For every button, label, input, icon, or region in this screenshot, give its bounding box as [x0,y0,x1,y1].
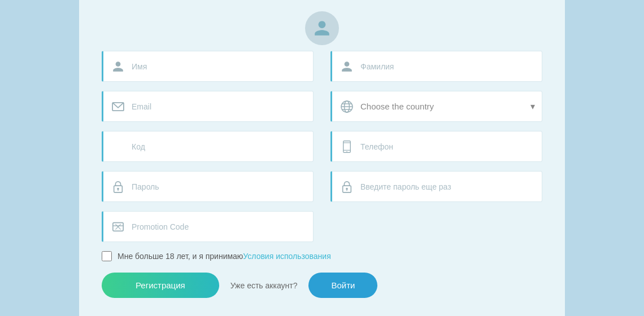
person-icon-2 [339,60,355,73]
last-name-input[interactable] [360,62,535,71]
first-name-field [102,51,314,82]
phone-icon [339,141,355,153]
terms-checkbox[interactable] [102,251,112,261]
email-input[interactable] [132,102,306,111]
code-field [102,131,314,162]
country-select[interactable]: Choose the country Russia United States … [360,102,535,111]
buttons-row: Регистрация Уже есть аккаунт? Войти [102,273,542,298]
promo-field [102,211,314,242]
promo-icon [110,221,126,233]
form-grid: Choose the country Russia United States … [102,51,542,242]
register-button[interactable]: Регистрация [102,273,219,298]
last-name-field [330,51,542,82]
country-select-wrapper: Choose the country Russia United States … [360,102,535,111]
first-name-input[interactable] [132,62,306,71]
terms-link[interactable]: Условия использования [243,252,330,261]
email-field [102,91,314,122]
confirm-password-input[interactable] [360,182,535,191]
code-input[interactable] [132,142,306,151]
promo-input[interactable] [132,222,306,231]
svg-point-11 [117,187,119,190]
avatar-area [102,11,542,45]
lock-icon [110,181,126,193]
globe-icon [339,100,355,113]
avatar [305,11,339,45]
terms-label-text: Мне больше 18 лет, и я принимаю [118,252,243,261]
password-field [102,171,314,202]
password-input[interactable] [132,182,306,191]
svg-point-9 [346,151,347,152]
person-icon [110,60,126,73]
already-text: Уже есть аккаунт? [230,281,298,290]
registration-form-container: Choose the country Russia United States … [79,0,565,316]
email-icon [110,102,126,112]
terms-row: Мне больше 18 лет, и я принимаюУсловия и… [102,251,542,261]
country-field: Choose the country Russia United States … [330,91,542,122]
login-button[interactable]: Войти [308,273,377,298]
confirm-password-field [330,171,542,202]
svg-point-14 [346,187,348,190]
phone-field [330,131,542,162]
phone-input[interactable] [360,142,535,151]
lock-icon-2 [339,181,355,193]
